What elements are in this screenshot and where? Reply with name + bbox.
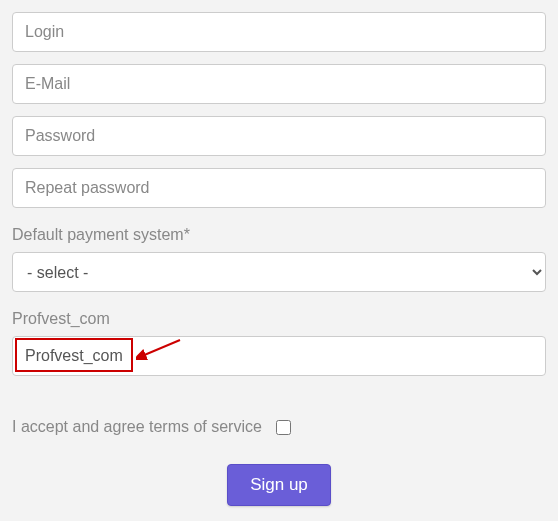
payment-system-select[interactable]: - select -: [12, 252, 546, 292]
signup-button[interactable]: Sign up: [227, 464, 331, 506]
signup-form: Default payment system* - select - Profv…: [12, 12, 546, 506]
payment-system-label: Default payment system*: [12, 226, 546, 244]
login-input[interactable]: [12, 12, 546, 52]
referral-label: Profvest_com: [12, 310, 546, 328]
referral-input[interactable]: [12, 336, 546, 376]
password-input[interactable]: [12, 116, 546, 156]
repeat-password-input[interactable]: [12, 168, 546, 208]
email-input[interactable]: [12, 64, 546, 104]
terms-label: I accept and agree terms of service: [12, 418, 262, 436]
terms-checkbox[interactable]: [276, 420, 291, 435]
